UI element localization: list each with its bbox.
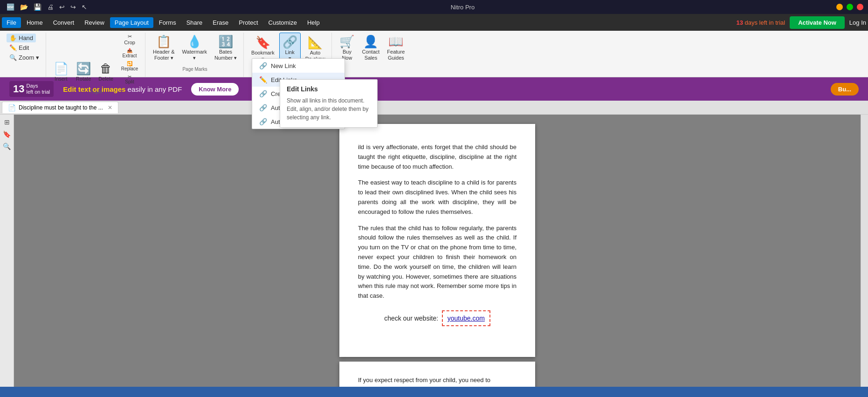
zoom-button[interactable]: 🔍 Zoom ▾ bbox=[7, 53, 42, 62]
pdf-link-box[interactable]: youtube.com bbox=[442, 310, 490, 326]
auto-deskew-icon: 📐 bbox=[308, 35, 323, 50]
pdf-link-label: check our website: bbox=[384, 315, 438, 322]
edit-button[interactable]: ✏️ Edit bbox=[7, 43, 32, 52]
delete-button[interactable]: 🗑 Delete bbox=[96, 57, 116, 85]
contact-sales-button[interactable]: 👤 ContactSales bbox=[359, 33, 382, 63]
crop-button[interactable]: ✂ Crop bbox=[118, 33, 141, 46]
menu-forms[interactable]: Forms bbox=[154, 17, 181, 28]
menu-home[interactable]: Home bbox=[22, 17, 48, 28]
menu-convert[interactable]: Convert bbox=[48, 17, 79, 28]
page-marks-group: 📋 Header &Footer ▾ 💧 Watermark▾ 🔢 BatesN… bbox=[146, 33, 244, 77]
page-marks-label: Page Marks bbox=[182, 67, 207, 72]
menu-customize[interactable]: Customize bbox=[264, 17, 302, 28]
dropdown-new-link[interactable]: 🔗 New Link bbox=[252, 59, 344, 73]
pdf-link-area: check our website: youtube.com bbox=[358, 310, 517, 326]
rotate-icon: 🔄 bbox=[76, 62, 91, 76]
header-footer-button[interactable]: 📋 Header &Footer ▾ bbox=[150, 33, 177, 63]
toolbar-icons: 🆕 📂 💾 🖨 ↩ ↪ ↖ bbox=[5, 2, 89, 12]
split-icon: ✂ bbox=[128, 74, 131, 79]
menu-right: 13 days left in trial Activate Now Log I… bbox=[736, 16, 866, 29]
maximize-button[interactable] bbox=[847, 4, 853, 10]
pdf-paragraph-2: The easiest way to teach discipline to a… bbox=[358, 178, 517, 217]
feature-guides-button[interactable]: 📖 FeatureGuides bbox=[384, 33, 407, 63]
menu-erase[interactable]: Erase bbox=[208, 17, 233, 28]
crop-extract-group: ✂ Crop 📤 Extract 🔁 Replace ✂ Split bbox=[118, 33, 141, 85]
left-sidebar: ⊞ 🔖 🔍 bbox=[0, 115, 14, 387]
bates-number-icon: 🔢 bbox=[218, 34, 233, 49]
new-link-icon: 🔗 bbox=[259, 62, 267, 69]
split-button[interactable]: ✂ Split bbox=[118, 73, 141, 85]
header-footer-icon: 📋 bbox=[156, 34, 171, 49]
auto1-icon: 🔗 bbox=[259, 104, 267, 111]
buy-button[interactable]: Bu... bbox=[831, 83, 859, 96]
doc-tab-label: Discipline must be taught to the ... bbox=[19, 104, 103, 111]
status-bar bbox=[0, 387, 868, 397]
doc-tab-close[interactable]: ✕ bbox=[108, 104, 112, 111]
doc-tab-icon: 📄 bbox=[8, 104, 16, 111]
tooltip-title: Edit Links bbox=[287, 85, 371, 93]
sidebar-bookmarks-icon[interactable]: 🔖 bbox=[1, 129, 13, 140]
cursor-icon[interactable]: ↖ bbox=[80, 2, 89, 12]
hand-edit-zoom-group: ✋ Hand ✏️ Edit 🔍 Zoom ▾ bbox=[4, 33, 46, 77]
document-tab[interactable]: 📄 Discipline must be taught to the ... ✕ bbox=[2, 102, 118, 113]
extract-icon: 📤 bbox=[127, 48, 132, 53]
edit-links-tooltip: Edit Links Show all links in this docume… bbox=[280, 79, 378, 128]
menu-file[interactable]: File bbox=[2, 17, 21, 28]
menu-bar: File Home Convert Review Page Layout For… bbox=[0, 14, 868, 31]
sidebar-search-icon[interactable]: 🔍 bbox=[1, 141, 13, 152]
promo-text: Edit text or images easily in any PDF bbox=[63, 85, 182, 93]
auto2-icon: 🔗 bbox=[259, 118, 267, 125]
open-icon[interactable]: 📂 bbox=[18, 2, 30, 12]
know-more-button[interactable]: Know More bbox=[191, 83, 239, 96]
ribbon: ✋ Hand ✏️ Edit 🔍 Zoom ▾ 📄 Insert 🔄 Rotat… bbox=[0, 31, 868, 77]
print-icon[interactable]: 🖨 bbox=[45, 2, 55, 12]
insert-button[interactable]: 📄 Insert bbox=[51, 57, 71, 85]
trial-text: 13 days left in trial bbox=[736, 19, 785, 26]
undo-icon[interactable]: ↩ bbox=[57, 2, 67, 12]
right-scrollbar[interactable] bbox=[861, 115, 868, 387]
menu-review[interactable]: Review bbox=[80, 17, 109, 28]
redo-icon[interactable]: ↪ bbox=[69, 2, 78, 12]
login-link[interactable]: Log In bbox=[849, 19, 866, 26]
hand-button[interactable]: ✋ Hand bbox=[7, 34, 36, 42]
menu-share[interactable]: Share bbox=[182, 17, 207, 28]
pdf-pages: ild is very affectionate, ents forget th… bbox=[339, 124, 535, 377]
pdf-page-1: ild is very affectionate, ents forget th… bbox=[339, 124, 535, 357]
bates-number-button[interactable]: 🔢 BatesNumber ▾ bbox=[212, 33, 240, 63]
pdf-content: ild is very affectionate, ents forget th… bbox=[358, 143, 517, 326]
hand-icon: ✋ bbox=[9, 34, 17, 41]
watermark-icon: 💧 bbox=[187, 34, 202, 49]
promo-days-label: Daysleft on trial bbox=[26, 83, 50, 95]
edit-icon: ✏️ bbox=[9, 44, 17, 51]
window-controls bbox=[836, 4, 863, 10]
promo-suffix: easily in any PDF bbox=[128, 85, 182, 93]
activate-button[interactable]: Activate Now bbox=[790, 16, 845, 29]
sidebar-thumbnails-icon[interactable]: ⊞ bbox=[1, 116, 13, 128]
pdf-paragraph-3: The rules that the child has to follow r… bbox=[358, 224, 517, 301]
crop-icon: ✂ bbox=[128, 34, 132, 40]
minimize-button[interactable] bbox=[836, 4, 843, 10]
new-icon[interactable]: 🆕 bbox=[5, 2, 16, 12]
create-icon: 🔗 bbox=[259, 90, 267, 97]
pages-group: 📄 Insert 🔄 Rotate 🗑 Delete ✂ Crop 📤 Extr… bbox=[47, 33, 145, 77]
extract-button[interactable]: 📤 Extract bbox=[118, 47, 141, 59]
menu-protect[interactable]: Protect bbox=[234, 17, 262, 28]
watermark-button[interactable]: 💧 Watermark▾ bbox=[179, 33, 210, 63]
title-bar-left: 🆕 📂 💾 🖨 ↩ ↪ ↖ bbox=[5, 2, 89, 12]
main-area: ⊞ 🔖 🔍 ild is very affectionate, ents for… bbox=[0, 115, 868, 387]
close-button[interactable] bbox=[857, 4, 863, 10]
title-bar: 🆕 📂 💾 🖨 ↩ ↪ ↖ Nitro Pro bbox=[0, 0, 868, 14]
save-icon[interactable]: 💾 bbox=[32, 2, 43, 12]
tab-bar: 📄 Discipline must be taught to the ... ✕ bbox=[0, 101, 868, 115]
replace-button[interactable]: 🔁 Replace bbox=[118, 60, 141, 72]
pages-items: 📄 Insert 🔄 Rotate 🗑 Delete ✂ Crop 📤 Extr… bbox=[51, 33, 141, 87]
app-title: Nitro Pro bbox=[451, 4, 475, 11]
pdf-page2-text: If you expect respect from your child, y… bbox=[358, 376, 517, 385]
buy-now-icon: 🛒 bbox=[339, 34, 354, 49]
pdf-paragraph-1: ild is very affectionate, ents forget th… bbox=[358, 143, 517, 171]
contact-sales-icon: 👤 bbox=[363, 34, 378, 49]
rotate-button[interactable]: 🔄 Rotate bbox=[73, 57, 94, 85]
menu-help[interactable]: Help bbox=[303, 17, 324, 28]
delete-icon: 🗑 bbox=[100, 62, 112, 76]
menu-page-layout[interactable]: Page Layout bbox=[110, 17, 153, 28]
